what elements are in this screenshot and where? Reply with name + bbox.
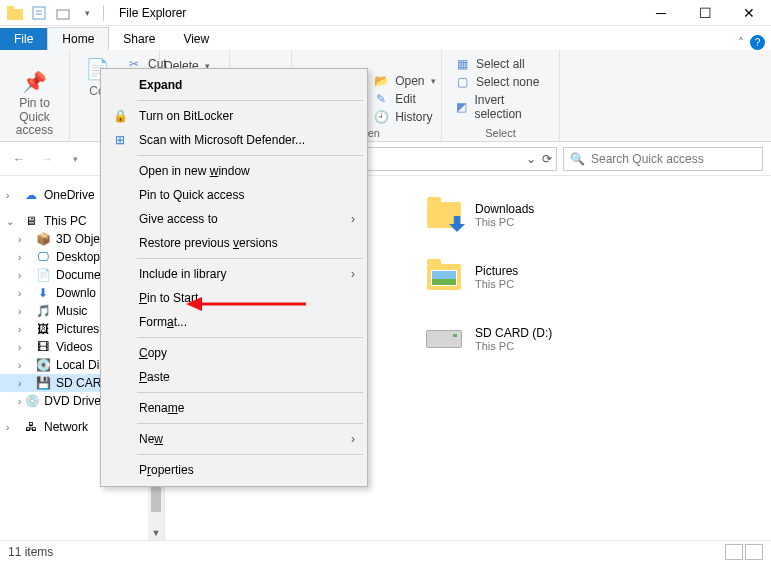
ribbon-group-select: Select bbox=[485, 127, 516, 139]
pictures-folder-icon bbox=[425, 258, 463, 296]
drive-icon bbox=[425, 320, 463, 358]
refresh-icon[interactable]: ⟳ bbox=[542, 152, 552, 166]
ctx-format[interactable]: Format... bbox=[103, 310, 365, 334]
svg-rect-1 bbox=[7, 6, 14, 10]
folder-item-sdcard[interactable]: SD CARD (D:)This PC bbox=[425, 320, 761, 358]
recent-locations-button[interactable]: ▾ bbox=[64, 148, 86, 170]
bitlocker-icon: 🔒 bbox=[111, 109, 129, 123]
search-placeholder: Search Quick access bbox=[591, 152, 704, 166]
explorer-app-icon bbox=[4, 2, 26, 24]
submenu-arrow-icon: › bbox=[351, 432, 355, 446]
pictures-icon: 🖼 bbox=[34, 322, 52, 336]
svg-rect-2 bbox=[33, 7, 45, 19]
ctx-include-library[interactable]: Include in library› bbox=[103, 262, 365, 286]
address-dropdown-icon[interactable]: ⌄ bbox=[526, 152, 536, 166]
desktop-icon: 🖵 bbox=[34, 250, 52, 264]
search-box[interactable]: 🔍 Search Quick access bbox=[563, 147, 763, 171]
svg-rect-0 bbox=[7, 9, 23, 20]
window-title: File Explorer bbox=[119, 6, 639, 20]
ctx-paste[interactable]: Paste bbox=[103, 365, 365, 389]
forward-button[interactable]: → bbox=[36, 148, 58, 170]
cube-icon: 📦 bbox=[34, 232, 52, 246]
cloud-icon: ☁ bbox=[22, 188, 40, 202]
ctx-open-new-window[interactable]: Open in new window bbox=[103, 159, 365, 183]
select-all-icon: ▦ bbox=[454, 57, 470, 71]
context-menu: Expand 🔒Turn on BitLocker ⊞Scan with Mic… bbox=[100, 68, 368, 487]
select-none-icon: ▢ bbox=[454, 75, 470, 89]
ctx-expand[interactable]: Expand bbox=[103, 73, 365, 97]
dvd-icon: 💿 bbox=[25, 394, 40, 408]
ctx-defender[interactable]: ⊞Scan with Microsoft Defender... bbox=[103, 128, 365, 152]
sdcard-icon: 💾 bbox=[34, 376, 52, 390]
tab-file[interactable]: File bbox=[0, 28, 47, 50]
ctx-copy[interactable]: Copy bbox=[103, 341, 365, 365]
ribbon-collapse-icon[interactable]: ˄ bbox=[738, 36, 744, 50]
ctx-rename[interactable]: Rename bbox=[103, 396, 365, 420]
search-icon: 🔍 bbox=[570, 152, 585, 166]
open-icon: 📂 bbox=[373, 74, 389, 88]
pin-icon: 📌 bbox=[20, 69, 50, 95]
downloads-folder-icon bbox=[425, 196, 463, 234]
edit-icon: ✎ bbox=[373, 92, 389, 106]
status-item-count: 11 items bbox=[8, 545, 53, 559]
invert-icon: ◩ bbox=[454, 100, 468, 114]
pc-icon: 🖥 bbox=[22, 214, 40, 228]
select-none-button[interactable]: ▢Select none bbox=[450, 74, 551, 90]
qat-dropdown-icon[interactable]: ▾ bbox=[76, 2, 98, 24]
back-button[interactable]: ← bbox=[8, 148, 30, 170]
svg-rect-5 bbox=[57, 10, 69, 19]
ctx-properties[interactable]: Properties bbox=[103, 458, 365, 482]
ctx-pin-start[interactable]: Pin to Start bbox=[103, 286, 365, 310]
tab-view[interactable]: View bbox=[169, 28, 223, 50]
disk-icon: 💽 bbox=[34, 358, 52, 372]
icons-view-button[interactable] bbox=[745, 544, 763, 560]
videos-icon: 🎞 bbox=[34, 340, 52, 354]
invert-selection-button[interactable]: ◩Invert selection bbox=[450, 92, 551, 122]
network-icon: 🖧 bbox=[22, 420, 40, 434]
history-icon: 🕘 bbox=[373, 110, 389, 124]
history-button[interactable]: 🕘History bbox=[369, 109, 439, 125]
details-view-button[interactable] bbox=[725, 544, 743, 560]
folder-item-downloads[interactable]: DownloadsThis PC bbox=[425, 196, 761, 234]
close-button[interactable]: ✕ bbox=[727, 0, 771, 26]
qat-properties-icon[interactable] bbox=[28, 2, 50, 24]
scroll-down-icon[interactable]: ▼ bbox=[148, 526, 164, 540]
qat-new-folder-icon[interactable] bbox=[52, 2, 74, 24]
edit-button[interactable]: ✎Edit bbox=[369, 91, 439, 107]
defender-icon: ⊞ bbox=[111, 133, 129, 147]
help-icon[interactable]: ? bbox=[750, 35, 765, 50]
ctx-pin-quick[interactable]: Pin to Quick access bbox=[103, 183, 365, 207]
tab-home[interactable]: Home bbox=[47, 27, 109, 50]
music-icon: 🎵 bbox=[34, 304, 52, 318]
ctx-new[interactable]: New› bbox=[103, 427, 365, 451]
ctx-bitlocker[interactable]: 🔒Turn on BitLocker bbox=[103, 104, 365, 128]
downloads-icon: ⬇ bbox=[34, 286, 52, 300]
folder-item-pictures[interactable]: PicturesThis PC bbox=[425, 258, 761, 296]
ctx-give-access[interactable]: Give access to› bbox=[103, 207, 365, 231]
minimize-button[interactable]: ─ bbox=[639, 0, 683, 26]
select-all-button[interactable]: ▦Select all bbox=[450, 56, 551, 72]
ctx-restore[interactable]: Restore previous versions bbox=[103, 231, 365, 255]
submenu-arrow-icon: › bbox=[351, 267, 355, 281]
submenu-arrow-icon: › bbox=[351, 212, 355, 226]
documents-icon: 📄 bbox=[34, 268, 52, 282]
pin-to-quick-access-button[interactable]: 📌 Pin to Quick access bbox=[8, 67, 61, 139]
tab-share[interactable]: Share bbox=[109, 28, 169, 50]
open-button[interactable]: 📂Open ▾ bbox=[369, 73, 439, 89]
maximize-button[interactable]: ☐ bbox=[683, 0, 727, 26]
